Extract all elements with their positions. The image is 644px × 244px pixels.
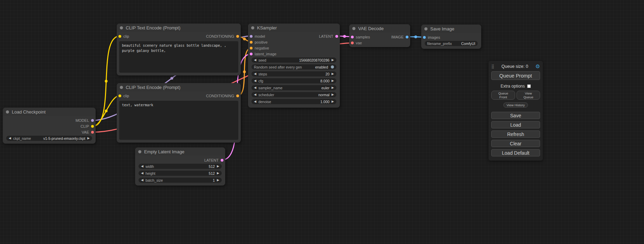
widget-sampler-name[interactable]: ◀ sampler_name euler ▶ xyxy=(252,85,336,90)
vae-slot-dot[interactable] xyxy=(351,42,354,44)
left-arrow-icon[interactable]: ◀ xyxy=(254,100,256,103)
output-slot-model[interactable]: MODEL xyxy=(76,118,94,123)
output-slot-clip[interactable]: CLIP xyxy=(81,124,94,128)
left-arrow-icon[interactable]: ◀ xyxy=(9,137,11,140)
conditioning-slot-dot[interactable] xyxy=(236,35,239,38)
settings-gear-icon[interactable]: ⚙ xyxy=(536,64,540,69)
widget-cfg[interactable]: ◀ cfg 8.000 ▶ xyxy=(252,78,336,83)
widget-filename-prefix[interactable]: filename_prefix ComfyUI xyxy=(425,41,478,46)
node-vae-decode[interactable]: VAE Decode samples IMAGE vae xyxy=(349,24,410,47)
collapse-dot-icon[interactable] xyxy=(424,27,427,30)
input-slot-samples[interactable]: samples xyxy=(351,35,370,39)
conditioning-slot-dot[interactable] xyxy=(250,47,253,49)
drag-handle-icon[interactable]: ⣿ xyxy=(491,64,494,69)
node-clip-text-encode-positive[interactable]: CLIP Text Encode (Prompt) clip CONDITION… xyxy=(117,24,241,75)
clear-button[interactable]: Clear xyxy=(491,140,540,147)
left-arrow-icon[interactable]: ◀ xyxy=(254,72,256,75)
node-header[interactable]: Load Checkpoint xyxy=(3,108,96,116)
left-arrow-icon[interactable]: ◀ xyxy=(141,165,143,168)
extra-options-checkbox[interactable] xyxy=(527,84,531,88)
collapse-dot-icon[interactable] xyxy=(138,150,141,153)
left-arrow-icon[interactable]: ◀ xyxy=(141,172,143,175)
node-header[interactable]: KSampler xyxy=(248,24,340,32)
clip-slot-dot[interactable] xyxy=(91,125,94,128)
clip-slot-dot[interactable] xyxy=(118,35,121,38)
latent-slot-dot[interactable] xyxy=(250,53,253,55)
model-slot-dot[interactable] xyxy=(250,35,253,38)
output-slot-latent[interactable]: LATENT xyxy=(204,158,223,162)
input-slot-clip[interactable]: clip xyxy=(118,34,129,38)
widget-scheduler[interactable]: ◀ scheduler normal ▶ xyxy=(252,92,336,97)
node-header[interactable]: CLIP Text Encode (Prompt) xyxy=(117,83,241,91)
node-header[interactable]: VAE Decode xyxy=(349,24,410,33)
latent-slot-dot[interactable] xyxy=(335,35,338,38)
node-save-image[interactable]: Save Image images filename_prefix ComfyU… xyxy=(421,25,481,49)
collapse-dot-icon[interactable] xyxy=(251,26,254,29)
load-button[interactable]: Load xyxy=(491,121,540,128)
node-header[interactable]: CLIP Text Encode (Prompt) xyxy=(117,24,241,32)
right-arrow-icon[interactable]: ▶ xyxy=(217,172,219,175)
conditioning-slot-dot[interactable] xyxy=(236,94,239,97)
collapse-dot-icon[interactable] xyxy=(6,110,9,114)
left-arrow-icon[interactable]: ◀ xyxy=(141,179,143,182)
node-clip-text-encode-negative[interactable]: CLIP Text Encode (Prompt) clip CONDITION… xyxy=(117,83,241,143)
output-slot-conditioning[interactable]: CONDITIONING xyxy=(206,94,239,98)
vae-slot-dot[interactable] xyxy=(91,131,94,134)
right-arrow-icon[interactable]: ▶ xyxy=(87,137,90,140)
queue-front-button[interactable]: Queue Front xyxy=(491,91,515,100)
node-header[interactable]: Empty Latent Image xyxy=(135,147,225,156)
widget-batch-size[interactable]: ◀ batch_size 1 ▶ xyxy=(139,178,222,183)
latent-slot-dot[interactable] xyxy=(221,159,223,162)
input-slot-negative[interactable]: negative xyxy=(250,46,269,50)
input-slot-clip[interactable]: clip xyxy=(118,94,129,98)
input-slot-vae[interactable]: vae xyxy=(351,41,362,45)
widget-ckpt-name[interactable]: ◀ ckpt_name v1-5-pruned-emaonly.ckpt ▶ xyxy=(6,136,92,141)
input-slot-positive[interactable]: positive xyxy=(250,40,267,44)
input-slot-latent-image[interactable]: latent_image xyxy=(250,52,276,56)
right-arrow-icon[interactable]: ▶ xyxy=(332,100,334,103)
toggle-knob-icon[interactable] xyxy=(331,65,334,69)
widget-denoise[interactable]: ◀ denoise 1.000 ▶ xyxy=(252,99,336,104)
output-slot-vae[interactable]: VAE xyxy=(82,130,94,134)
clip-slot-dot[interactable] xyxy=(118,94,121,97)
save-button[interactable]: Save xyxy=(491,112,540,119)
widget-width[interactable]: ◀ width 512 ▶ xyxy=(139,164,222,169)
node-header[interactable]: Save Image xyxy=(421,25,481,33)
widget-height[interactable]: ◀ height 512 ▶ xyxy=(139,171,222,176)
left-arrow-icon[interactable]: ◀ xyxy=(254,79,256,82)
right-arrow-icon[interactable]: ▶ xyxy=(332,79,334,82)
view-history-button[interactable]: View History xyxy=(503,102,528,108)
positive-prompt-textarea[interactable]: beautiful scenery nature glass bottle la… xyxy=(119,41,238,73)
refresh-button[interactable]: Refresh xyxy=(491,130,540,138)
right-arrow-icon[interactable]: ▶ xyxy=(332,72,334,75)
image-slot-dot[interactable] xyxy=(406,36,408,38)
output-slot-conditioning[interactable]: CONDITIONING xyxy=(206,34,239,38)
node-load-checkpoint[interactable]: Load Checkpoint MODEL CLIP VAE ◀ ckpt_na… xyxy=(3,108,96,144)
node-empty-latent-image[interactable]: Empty Latent Image LATENT ◀ width 512 ▶ … xyxy=(135,147,225,186)
right-arrow-icon[interactable]: ▶ xyxy=(332,86,334,89)
conditioning-slot-dot[interactable] xyxy=(250,41,253,44)
right-arrow-icon[interactable]: ▶ xyxy=(217,165,219,168)
output-slot-latent[interactable]: LATENT xyxy=(319,34,338,38)
latent-slot-dot[interactable] xyxy=(351,36,354,38)
image-slot-dot[interactable] xyxy=(423,36,426,39)
view-queue-button[interactable]: View Queue xyxy=(517,91,540,100)
widget-steps[interactable]: ◀ steps 20 ▶ xyxy=(252,71,336,76)
widget-seed[interactable]: ◀ seed 156680208700286 ▶ xyxy=(252,57,336,63)
left-arrow-icon[interactable]: ◀ xyxy=(254,93,256,96)
collapse-dot-icon[interactable] xyxy=(120,26,123,29)
widget-random-seed-toggle[interactable]: Random seed after every gen enabled xyxy=(252,64,336,70)
right-arrow-icon[interactable]: ▶ xyxy=(217,179,219,182)
queue-prompt-button[interactable]: Queue Prompt xyxy=(491,71,540,80)
output-slot-image[interactable]: IMAGE xyxy=(391,35,408,39)
collapse-dot-icon[interactable] xyxy=(352,27,355,30)
input-slot-images[interactable]: images xyxy=(423,35,440,39)
collapse-dot-icon[interactable] xyxy=(120,86,123,89)
left-arrow-icon[interactable]: ◀ xyxy=(254,86,256,89)
load-default-button[interactable]: Load Default xyxy=(491,149,540,156)
right-arrow-icon[interactable]: ▶ xyxy=(332,58,334,62)
input-slot-model[interactable]: model xyxy=(250,34,265,38)
model-slot-dot[interactable] xyxy=(91,119,94,122)
node-ksampler[interactable]: KSampler model LATENT positive negative xyxy=(248,24,340,108)
right-arrow-icon[interactable]: ▶ xyxy=(332,93,334,96)
